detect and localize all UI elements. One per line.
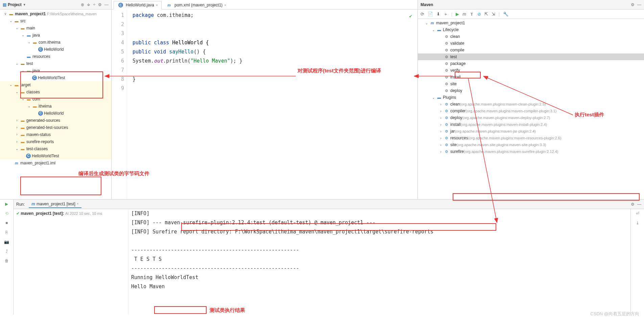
tree-item-maven-status[interactable]: ›▬maven-status (0, 131, 111, 138)
maven-header: Maven ⚙ — (418, 0, 644, 9)
tree-item-java[interactable]: ⌄▬java (0, 67, 111, 74)
tree-item-HelloWorld[interactable]: CHelloWorld (0, 46, 111, 53)
rerun-icon[interactable]: ▶ (5, 202, 8, 206)
run-right-toolbar: ⏎ ⤓ (630, 209, 644, 315)
tab-pom.xml (maven_project1)[interactable]: mpom.xml (maven_project1)× (162, 1, 230, 9)
maven-item-clean[interactable]: ⚙clean (418, 33, 644, 40)
toggle-icon[interactable]: ⫪ (470, 12, 474, 17)
maven-item-validate[interactable]: ⚙validate (418, 40, 644, 47)
run-icon[interactable]: ▶ (456, 12, 459, 17)
maven-hide-icon[interactable]: — (637, 2, 641, 7)
tree-item-HelloWorldTest[interactable]: CHelloWorldTest (0, 152, 111, 159)
run-hide-icon[interactable]: — (637, 202, 641, 207)
stop-icon[interactable]: ⟲ (5, 211, 8, 216)
maven-item-clean[interactable]: ›⚙clean (org.apache.maven.plugins:maven-… (418, 101, 644, 108)
maven-item-resources[interactable]: ›⚙resources (org.apache.maven.plugins:ma… (418, 135, 644, 141)
maven-item-surefire[interactable]: ›⚙surefire (org.apache.maven.plugins:mav… (418, 148, 644, 155)
tree-item-resources[interactable]: ▬resources (0, 53, 111, 60)
soft-wrap-icon[interactable]: ⏎ (636, 211, 639, 216)
tree-item-classes[interactable]: ⌄▬classes (0, 88, 111, 95)
anno-4: 测试类执行结果 (210, 307, 245, 314)
run-result-tree[interactable]: ✔ maven_project1 [test]: At 2022 10 sec,… (14, 209, 128, 315)
tree-item-com[interactable]: ⌄▬com (0, 95, 111, 102)
expand-icon[interactable]: ≑ (87, 2, 90, 7)
maven-toolbar: ⟳ 📄 ⬇ ＋ | ▶ m ⫪ ⊘ ⇱ ⇲ | 🔧 (418, 9, 644, 19)
maven-item-jar[interactable]: ›⚙jar (org.apache.maven.plugins:maven-ja… (418, 128, 644, 135)
hide-icon[interactable]: — (104, 2, 109, 7)
collapse-m-icon[interactable]: ⇱ (484, 12, 488, 17)
editor-tabs: CHelloWorld.java×mpom.xml (maven_project… (112, 0, 418, 9)
tab-HelloWorld.java[interactable]: CHelloWorld.java× (114, 1, 162, 9)
offline-icon[interactable]: ⊘ (477, 12, 481, 17)
project-root[interactable]: v ▬ maven_project1 F:\WorkSpace\itheima_… (0, 10, 111, 17)
wrench-icon[interactable]: 🔧 (503, 12, 508, 17)
maven-item-deploy[interactable]: ›⚙deploy (org.apache.maven.plugins:maven… (418, 114, 644, 121)
editor-body[interactable]: 123456789 ✔ package com.itheima; public … (112, 9, 418, 199)
maven-item-compile[interactable]: ⚙compile (418, 47, 644, 53)
inspection-ok-icon: ✔ (409, 12, 412, 21)
run-tab[interactable]: m maven_project1 [test] × (29, 201, 81, 208)
anno-2: 执行test插件 (575, 112, 604, 118)
tree-item-surefire-reports[interactable]: ›▬surefire-reports (0, 138, 111, 145)
tree-item-test-classes[interactable]: ⌄▬test-classes (0, 145, 111, 152)
camera-icon[interactable]: 📷 (4, 240, 9, 244)
tree-item-maven_project1.iml[interactable]: mmaven_project1.iml (0, 159, 111, 166)
export-icon[interactable]: ⤴ (6, 249, 8, 254)
exit-icon[interactable]: ⎘ (5, 230, 8, 235)
maven-item-compiler[interactable]: ›⚙compiler (org.apache.maven.plugins:mav… (418, 108, 644, 114)
tree-item-main[interactable]: ⌄▬main (0, 24, 111, 31)
tree-item-HelloWorldTest[interactable]: CHelloWorldTest (0, 74, 111, 81)
collapse-icon[interactable]: ÷ (93, 2, 95, 7)
expand-m-icon[interactable]: ⇲ (492, 12, 495, 17)
tree-item-src[interactable]: ⌄▬src (0, 17, 111, 24)
maven-item-deploy[interactable]: ⚙deploy (418, 87, 644, 94)
maven-title: Maven (421, 2, 433, 7)
watermark: CSDN @向着五星的方向 (590, 311, 639, 317)
scroll-icon[interactable]: ⤓ (636, 221, 639, 225)
code-area[interactable]: ✔ package com.itheima; public class Hell… (127, 9, 418, 199)
run-header: Run: m maven_project1 [test] × ⚙ — (14, 200, 644, 209)
maven-item-install[interactable]: ⚙install (418, 74, 644, 81)
tree-item-generated-sources[interactable]: ›▬generated-sources (0, 117, 111, 124)
pause-icon[interactable]: ■ (5, 221, 8, 225)
tree-item-HelloWorld[interactable]: CHelloWorld (0, 110, 111, 117)
maven-item-package[interactable]: ⚙package (418, 60, 644, 67)
tree-item-target[interactable]: ⌄▬target (0, 81, 111, 88)
project-header: ▤ Project ▼ ⊕ ≑ ÷ ⚙ — (0, 0, 111, 9)
maven-item-install[interactable]: ›⚙install (org.apache.maven.plugins:mave… (418, 121, 644, 128)
maven-item-test[interactable]: ⚙test (418, 53, 644, 60)
maven-settings-icon[interactable]: ⚙ (631, 2, 635, 7)
anno-3: 编译后生成测试类的字节码文件 (78, 170, 149, 177)
maven-panel: Maven ⚙ — ⟳ 📄 ⬇ ＋ | ▶ m ⫪ ⊘ ⇱ ⇲ | 🔧 ⌄mma… (418, 0, 644, 199)
trash-icon[interactable]: 🗑 (5, 258, 9, 263)
run-label: Run: (16, 202, 25, 207)
tree-item-generated-test-sources[interactable]: ›▬generated-test-sources (0, 124, 111, 131)
tree-item-java[interactable]: ⌄▬java (0, 31, 111, 39)
tree-item-com.itheima[interactable]: ⌄▬com.itheima (0, 39, 111, 46)
project-title[interactable]: ▤ Project ▼ (3, 2, 26, 7)
tree-item-itheima[interactable]: ⌄▬itheima (0, 102, 111, 110)
maven-item-Lifecycle[interactable]: ⌄▬Lifecycle (418, 26, 644, 33)
maven-tree[interactable]: ⌄mmaven_project1⌄▬Lifecycle⚙clean⚙valida… (418, 19, 644, 199)
maven-item-maven_project1[interactable]: ⌄mmaven_project1 (418, 20, 644, 26)
run-left-toolbar: ▶ ⟲ ■ ⎘ 📷 ⤴ 🗑 (0, 200, 14, 315)
run-panel: ▶ ⟲ ■ ⎘ 📷 ⤴ 🗑 Run: m maven_project1 [tes… (0, 200, 644, 315)
reload-icon[interactable]: ⟳ (421, 12, 424, 17)
m-icon[interactable]: m (462, 12, 466, 17)
run-console[interactable]: [INFO] [INFO] --- maven-surefire-plugin:… (128, 209, 630, 315)
generate-icon[interactable]: 📄 (428, 12, 433, 17)
settings-icon[interactable]: ⚙ (98, 2, 102, 7)
download-icon[interactable]: ⬇ (436, 12, 440, 17)
locate-icon[interactable]: ⊕ (81, 2, 84, 7)
run-settings-icon[interactable]: ⚙ (631, 202, 635, 207)
maven-item-Plugins[interactable]: ⌄▬Plugins (418, 94, 644, 101)
project-panel: ▤ Project ▼ ⊕ ≑ ÷ ⚙ — v ▬ maven_project1… (0, 0, 112, 199)
anno-1: 对测试程序(test文件夹范围)进行编译 (297, 68, 381, 74)
maven-item-verify[interactable]: ⚙verify (418, 67, 644, 74)
maven-item-site[interactable]: ⚙site (418, 81, 644, 87)
add-icon[interactable]: ＋ (444, 11, 448, 17)
tree-item-test[interactable]: ⌄▬test (0, 60, 111, 67)
maven-item-site[interactable]: ›⚙site (org.apache.maven.site.plugins:ma… (418, 141, 644, 148)
editor: CHelloWorld.java×mpom.xml (maven_project… (112, 0, 418, 199)
